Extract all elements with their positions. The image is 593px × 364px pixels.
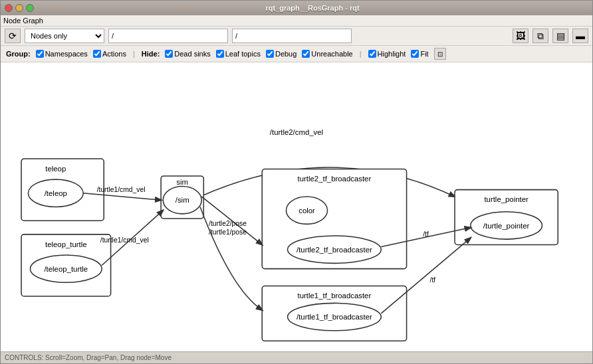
label-turtle1-pose: /turtle1/pose (209, 228, 247, 236)
turtle-pointer-node-label: /turtle_pointer (483, 222, 530, 230)
group-label: Group: (6, 50, 31, 58)
label-tf-1: /tf (423, 230, 429, 238)
divider2: | (360, 50, 362, 58)
label-turtle2-pose: /turtle2/pose (209, 220, 247, 227)
sim-group-label: sim (176, 178, 188, 186)
label-turtle1-cmd-vel-1: /turtle1/cmd_vel (97, 186, 146, 193)
actions-label: Actions (102, 50, 126, 58)
label-turtle1-cmd-vel-2: /turtle1/cmd_vel (100, 236, 149, 244)
mode-select[interactable]: Nodes only Nodes/Topics (active) Nodes/T… (25, 29, 104, 43)
dead-sinks-checkbox[interactable] (165, 50, 173, 58)
minimize-button[interactable] (15, 4, 23, 12)
turtle1-tf-node-label: /turtle1_tf_broadcaster (296, 313, 372, 321)
highlight-label: Highlight (378, 50, 406, 58)
fit-label: Fit (420, 50, 428, 58)
options-button[interactable]: ▬ (572, 29, 588, 43)
graph-svg: /turtle2/cmd_vel teleop /teleop teleop_t… (1, 62, 592, 351)
label-turtle2-cmd-vel-arc: /turtle2/cmd_vel (270, 128, 323, 136)
actions-checkbox[interactable] (93, 50, 101, 58)
filter1-input[interactable] (108, 29, 228, 43)
leaf-topics-checkbox[interactable] (216, 50, 224, 58)
sim-node-label: /sim (176, 196, 189, 204)
turtle-pointer-group-label: turtle_pointer (484, 195, 529, 203)
hide-label: Hide: (142, 50, 160, 58)
window-controls (5, 4, 34, 12)
actions-option[interactable]: Actions (93, 50, 126, 58)
debug-option[interactable]: Debug (266, 50, 296, 58)
teleop-turtle-node-label: /teleop_turtle (44, 265, 88, 273)
leaf-topics-label: Leaf topics (225, 50, 261, 58)
teleop-node-label: /teleop (45, 189, 67, 197)
dead-sinks-label: Dead sinks (174, 50, 210, 58)
copy-button[interactable]: ⧉ (533, 29, 548, 43)
graph-area[interactable]: /turtle2/cmd_vel teleop /teleop teleop_t… (1, 62, 592, 351)
divider1: | (133, 50, 135, 58)
turtle2-tf-node-label: /turtle2_tf_broadcaster (296, 246, 372, 254)
highlight-checkbox[interactable] (368, 50, 376, 58)
main-window: rqt_graph__RosGraph - rqt Node Graph ⟳ N… (0, 0, 593, 364)
title-bar: rqt_graph__RosGraph - rqt (1, 1, 592, 15)
namespaces-label: Namespaces (45, 50, 88, 58)
fit-option[interactable]: Fit (411, 50, 428, 58)
layout-button[interactable]: ▤ (552, 29, 568, 43)
fit-button[interactable]: ⊡ (434, 48, 446, 60)
highlight-option[interactable]: Highlight (368, 50, 406, 58)
toolbar: ⟳ Nodes only Nodes/Topics (active) Nodes… (1, 27, 592, 46)
color-node-label: color (298, 207, 315, 215)
unreachable-option[interactable]: Unreachable (302, 50, 352, 58)
turtle1-group-label: turtle1_tf_broadcaster (298, 292, 372, 300)
close-button[interactable] (5, 4, 13, 12)
menu-node-graph[interactable]: Node Graph (3, 17, 43, 25)
refresh-button[interactable]: ⟳ (5, 29, 21, 43)
menu-bar: Node Graph (1, 15, 592, 27)
teleop-group-label: teleop (45, 165, 66, 173)
turtle2-group-label: turtle2_tf_broadcaster (298, 175, 372, 183)
debug-label: Debug (275, 50, 296, 58)
namespaces-checkbox[interactable] (36, 50, 44, 58)
save-button[interactable]: 🖼 (513, 29, 529, 43)
leaf-topics-option[interactable]: Leaf topics (216, 50, 261, 58)
status-bar: CONTROLS: Scroll=Zoom, Drag=Pan, Drag no… (1, 351, 592, 363)
window-title: rqt_graph__RosGraph - rqt (37, 4, 588, 12)
status-text: CONTROLS: Scroll=Zoom, Drag=Pan, Drag no… (5, 354, 172, 361)
options-bar: Group: Namespaces Actions | Hide: Dead s… (1, 46, 592, 62)
fit-checkbox[interactable] (411, 50, 419, 58)
maximize-button[interactable] (26, 4, 34, 12)
label-tf-2: /tf (430, 276, 436, 284)
teleop-turtle-group-label: teleop_turtle (45, 240, 87, 248)
unreachable-checkbox[interactable] (302, 50, 310, 58)
dead-sinks-option[interactable]: Dead sinks (165, 50, 210, 58)
namespaces-option[interactable]: Namespaces (36, 50, 88, 58)
debug-checkbox[interactable] (266, 50, 274, 58)
filter2-input[interactable] (232, 29, 352, 43)
unreachable-label: Unreachable (311, 50, 352, 58)
